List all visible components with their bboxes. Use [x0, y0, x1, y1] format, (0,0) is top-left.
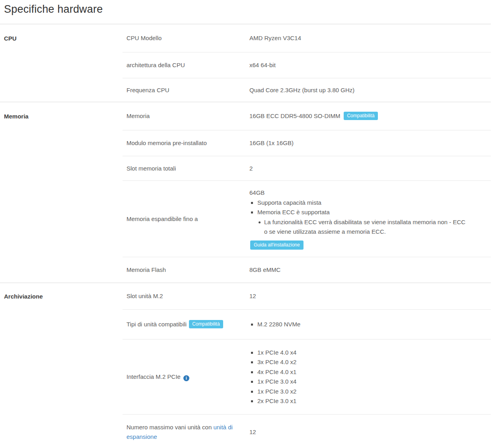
list-item-text: 4x PCIe 4.0 x1 — [257, 368, 296, 375]
spec-label: Tipi di unità compatibiliCompatibilità — [123, 316, 249, 332]
list-item-text: Supporta capacità mista — [257, 199, 321, 206]
spec-label: Memoria espandibile fino a — [123, 211, 249, 227]
list-item: Supporta capacità mista — [249, 198, 484, 208]
value-intro: 64GB — [249, 188, 484, 198]
list-item-text: 3x PCIe 4.0 x2 — [257, 359, 296, 365]
spec-label: Numero massimo vani unità con unità di e… — [123, 419, 249, 445]
spec-value: 64GB Supporta capacità mista Memoria ECC… — [249, 185, 491, 253]
spec-value: 12 — [249, 288, 491, 304]
spec-value: AMD Ryzen V3C14 — [249, 30, 491, 46]
spec-row-memory: Memoria 16GB ECC DDR5-4800 SO-DIMMCompat… — [123, 102, 491, 130]
list-item-text: Memoria ECC è supportata — [257, 209, 330, 215]
sub-list-item: La funzionalità ECC verrà disabilitata s… — [258, 217, 469, 237]
spec-value: Quad Core 2.3GHz (burst up 3.80 GHz) — [249, 82, 491, 98]
section-storage: Archiviazione Slot unità M.2 12 Tipi di … — [0, 283, 491, 448]
section-rows: CPU Modello AMD Ryzen V3C14 architettura… — [123, 24, 491, 102]
spec-value: x64 64-bit — [249, 57, 491, 73]
spec-label: Memoria Flash — [123, 262, 249, 278]
spec-row-flash-memory: Memoria Flash 8GB eMMC — [123, 257, 491, 283]
spec-value: 16GB ECC DDR5-4800 SO-DIMMCompatibilità — [249, 108, 491, 124]
spec-label-text: Interfaccia M.2 PCIe — [126, 373, 181, 380]
section-rows: Slot unità M.2 12 Tipi di unità compatib… — [123, 283, 491, 448]
list-item: 2x PCIe 3.0 x1 — [249, 396, 484, 406]
list-item: 1x PCIe 3.0 x4 — [249, 377, 484, 387]
spec-label: Modulo memoria pre-installato — [123, 135, 249, 151]
spec-value: 2 — [249, 161, 491, 176]
spec-row-m2-pcie-interface: Interfaccia M.2 PCIei 1x PCIe 4.0 x4 3x … — [123, 339, 491, 414]
spec-row-cpu-model: CPU Modello AMD Ryzen V3C14 — [123, 24, 491, 52]
spec-row-expandable-memory: Memoria espandibile fino a 64GB Supporta… — [123, 180, 491, 257]
section-category-label: Archiviazione — [4, 283, 123, 309]
info-icon[interactable]: i — [183, 375, 189, 381]
square-bullet-icon — [251, 400, 253, 402]
square-bullet-icon — [251, 352, 253, 354]
spec-value: 8GB eMMC — [249, 262, 491, 278]
spec-row-memory-slots: Slot memoria totali 2 — [123, 156, 491, 180]
spec-row-max-drive-bays: Numero massimo vani unità con unità di e… — [123, 414, 491, 448]
spec-label: Interfaccia M.2 PCIei — [123, 369, 249, 385]
sub-list-item-text: La funzionalità ECC verrà disabilitata s… — [264, 219, 465, 235]
square-bullet-icon — [251, 324, 253, 326]
list-item-text: 1x PCIe 4.0 x4 — [257, 349, 296, 356]
spec-label: Slot unità M.2 — [123, 288, 249, 304]
spec-value: 16GB (1x 16GB) — [249, 135, 491, 151]
section-category-label: Memoria — [4, 102, 123, 130]
section-cpu: CPU CPU Modello AMD Ryzen V3C14 architet… — [0, 24, 491, 102]
square-bullet-icon — [251, 381, 253, 383]
list-item-text: 1x PCIe 3.0 x4 — [257, 378, 296, 385]
section-category-cell: Archiviazione — [0, 283, 123, 448]
square-bullet-icon — [251, 202, 253, 204]
spec-row-compatible-drive-types: Tipi di unità compatibiliCompatibilità M… — [123, 309, 491, 339]
spec-row-m2-slots: Slot unità M.2 12 — [123, 283, 491, 309]
page-header: Specifiche hardware — [0, 0, 491, 24]
square-bullet-icon — [251, 211, 253, 213]
spec-label-text: Numero massimo vani unità con — [126, 424, 213, 431]
square-bullet-icon — [251, 371, 253, 373]
square-bullet-icon — [251, 391, 253, 393]
spec-value: 1x PCIe 4.0 x4 3x PCIe 4.0 x2 4x PCIe 4.… — [249, 345, 491, 409]
compatibility-badge[interactable]: Compatibilità — [344, 112, 377, 120]
square-bullet-icon — [251, 361, 253, 363]
spec-label: Frequenza CPU — [123, 82, 249, 98]
hardware-specs-page: Specifiche hardware CPU CPU Modello AMD … — [0, 0, 491, 448]
sub-bullet-list: La funzionalità ECC verrà disabilitata s… — [258, 217, 484, 237]
list-item: 4x PCIe 4.0 x1 — [249, 367, 484, 377]
spec-label: Memoria — [123, 108, 249, 124]
page-title: Specifiche hardware — [4, 3, 491, 16]
list-item: 1x PCIe 4.0 x4 — [249, 348, 484, 358]
spec-value: 12 — [249, 424, 491, 440]
list-item: 1x PCIe 3.0 x2 — [249, 387, 484, 397]
section-category-cell: Memoria — [0, 102, 123, 283]
spec-value-text: 16GB ECC DDR5-4800 SO-DIMM — [249, 112, 340, 119]
spec-label: Slot memoria totali — [123, 161, 249, 176]
spec-label: CPU Modello — [123, 30, 249, 46]
section-rows: Memoria 16GB ECC DDR5-4800 SO-DIMMCompat… — [123, 102, 491, 283]
list-item-text: 2x PCIe 3.0 x1 — [257, 398, 296, 404]
round-bullet-icon — [259, 221, 261, 223]
section-category-cell: CPU — [0, 24, 123, 102]
compatibility-badge[interactable]: Compatibilità — [189, 320, 223, 328]
installation-guide-button[interactable]: Guida all'installazione — [250, 240, 303, 250]
list-item-text: M.2 2280 NVMe — [257, 321, 300, 328]
list-item: 3x PCIe 4.0 x2 — [249, 357, 484, 367]
spec-row-preinstalled-module: Modulo memoria pre-installato 16GB (1x 1… — [123, 130, 491, 156]
section-memory: Memoria Memoria 16GB ECC DDR5-4800 SO-DI… — [0, 102, 491, 283]
bullet-list: Supporta capacità mista Memoria ECC è su… — [249, 198, 484, 237]
list-item-text: 1x PCIe 3.0 x2 — [257, 388, 296, 395]
section-category-label: CPU — [4, 24, 123, 52]
spec-label: architettura della CPU — [123, 57, 249, 73]
list-item: Memoria ECC è supportata — [249, 208, 484, 217]
spec-row-cpu-frequency: Frequenza CPU Quad Core 2.3GHz (burst up… — [123, 78, 491, 102]
spec-value: M.2 2280 NVMe — [249, 316, 491, 333]
spec-row-cpu-architecture: architettura della CPU x64 64-bit — [123, 52, 491, 78]
list-item: M.2 2280 NVMe — [249, 320, 484, 330]
spec-label-text: Tipi di unità compatibili — [126, 321, 187, 328]
